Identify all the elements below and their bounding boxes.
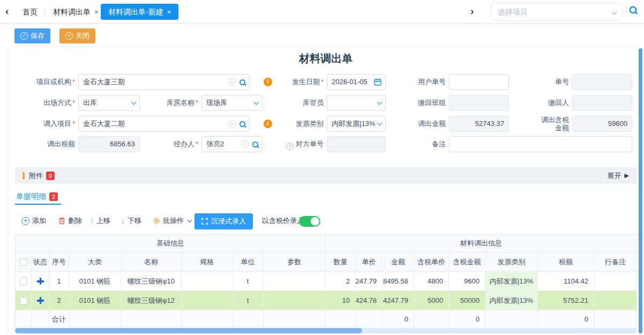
vertical-scrollbar-thumb[interactable]	[639, 48, 642, 333]
occur-date-input[interactable]: 2026-01-05	[327, 74, 386, 90]
tab-material-out[interactable]: 材料调出单×	[53, 0, 99, 24]
cell-tax-amount: 9600	[449, 272, 485, 291]
calendar-icon[interactable]	[374, 78, 381, 86]
remark-input[interactable]	[449, 136, 632, 152]
project-input[interactable]: 金石大厦三期 ×	[78, 74, 250, 90]
add-row-button[interactable]: + 添加	[21, 216, 46, 226]
doc-no-label: 单号	[512, 74, 569, 90]
tab-label: 材料调出单	[53, 8, 91, 16]
tabs-scroll-left-icon[interactable]: ‹	[5, 5, 9, 17]
chevron-down-icon[interactable]	[131, 100, 137, 105]
delete-row-button[interactable]: 删除	[58, 216, 82, 226]
total-empty-cell	[414, 310, 449, 329]
cell-price: 4247.79	[356, 272, 383, 291]
total-empty-cell	[326, 310, 356, 329]
expand-button[interactable]: 展开▶	[608, 171, 629, 181]
cell-invoice[interactable]: 内部发票|13%	[485, 291, 538, 310]
up-arrow-icon: ↑	[90, 217, 94, 225]
add-status-icon[interactable]	[37, 278, 44, 285]
clear-icon[interactable]: ×	[241, 140, 249, 148]
cell-select	[16, 291, 32, 310]
remark-label: 备注	[389, 136, 446, 152]
attachment-bar: 附件 0 展开▶	[15, 167, 636, 184]
col-qty: 数量	[326, 252, 356, 272]
row-checkbox[interactable]	[20, 278, 27, 285]
batch-ops-button[interactable]: 批操作	[153, 216, 191, 226]
close-button[interactable]: × 关闭	[59, 28, 95, 43]
check-circle-icon: ✓	[20, 32, 28, 40]
total-amount-cell: 0	[383, 310, 414, 329]
tabs-scroll-right-icon[interactable]: ›	[470, 5, 474, 17]
tab-divider	[45, 8, 46, 16]
global-search-icon[interactable]	[630, 6, 637, 14]
tab-material-out-new-active[interactable]: 材料调出单-新建×	[101, 4, 178, 20]
select-all-checkbox[interactable]	[20, 258, 27, 266]
invoice-type-label: 发票类别	[268, 116, 324, 132]
add-status-icon[interactable]	[37, 297, 44, 304]
group-header-basic: 基础信息	[16, 235, 326, 252]
chevron-down-icon[interactable]	[377, 100, 383, 105]
cell-unit: t	[233, 272, 264, 291]
material-out-order-screen: ‹ 首页 材料调出单× 材料调出单-新建× › 选择项目 ✓ 保存 × 关闭 材…	[0, 0, 644, 335]
total-tax-amount-cell: 0	[449, 310, 485, 329]
doc-no-input	[572, 74, 632, 90]
keeper-select[interactable]	[327, 95, 386, 111]
user-no-input[interactable]	[449, 74, 509, 90]
cell-tax-amount: 50000	[449, 291, 485, 310]
chevron-down-icon[interactable]	[612, 10, 617, 15]
cell-param	[264, 291, 326, 310]
down-arrow-icon: ↓	[121, 217, 125, 225]
total-empty-cell	[182, 310, 233, 329]
invoice-type-select[interactable]: 内部发票|13%	[327, 116, 386, 132]
cell-unit: t	[233, 291, 264, 310]
total-tax-cell: 0	[538, 310, 594, 329]
cell-invoice[interactable]: 内部发票|13%	[485, 272, 538, 291]
save-label: 保存	[31, 31, 44, 41]
search-icon[interactable]	[239, 121, 245, 127]
horizontal-scrollbar-thumb[interactable]	[15, 328, 362, 333]
keeper-label: 库管员	[268, 95, 324, 111]
total-empty-cell	[356, 310, 383, 329]
col-tax: 税额	[538, 252, 594, 272]
cell-row-remark	[594, 291, 637, 310]
in-project-input[interactable]: 金石大厦二期 ×	[78, 116, 250, 132]
search-icon[interactable]	[252, 142, 258, 147]
cell-status	[32, 291, 49, 310]
attachment-count-badge: 0	[46, 172, 55, 180]
save-button[interactable]: ✓ 保存	[14, 28, 50, 43]
detail-count-badge: 2	[49, 192, 58, 201]
chevron-down-icon[interactable]	[377, 121, 383, 126]
tab-detail[interactable]: 单据明细2	[16, 192, 58, 202]
expand-arrow-icon: ▶	[625, 172, 629, 179]
cell-qty: 10	[326, 291, 356, 310]
warehouse-select[interactable]: 现场库	[201, 95, 263, 111]
cell-name: 螺纹三级钢φ12	[121, 291, 182, 310]
col-status: 状态	[32, 252, 49, 272]
col-param: 参数	[264, 252, 326, 272]
immersive-entry-button[interactable]: 沉浸式录入	[194, 213, 253, 229]
clear-icon[interactable]: ×	[228, 120, 236, 128]
col-category: 大类	[69, 252, 121, 272]
tab-home[interactable]: 首页	[23, 0, 38, 24]
tax-entry-toggle[interactable]	[299, 216, 320, 227]
out-method-label: 出场方式*	[16, 95, 75, 111]
search-icon[interactable]	[239, 79, 245, 85]
handler-input[interactable]: 张亮2 ×	[201, 136, 263, 152]
total-select-cell	[16, 310, 32, 329]
tab-close-icon[interactable]: ×	[94, 8, 99, 16]
total-status-cell	[32, 310, 49, 329]
clear-icon[interactable]: ×	[228, 78, 236, 86]
fullscreen-icon	[201, 218, 208, 225]
tab-close-icon[interactable]: ×	[167, 8, 171, 16]
move-down-button[interactable]: ↓ 下移	[121, 216, 141, 226]
out-method-select[interactable]: 出库	[78, 95, 140, 111]
help-icon[interactable]: ?	[286, 143, 294, 150]
tax-entry-toggle-label: 以含税价录入	[262, 216, 304, 226]
cell-tax-price: 4800	[414, 272, 449, 291]
row-checkbox[interactable]	[20, 297, 27, 304]
project-select-input[interactable]: 选择项目	[491, 3, 623, 21]
project-label: 项目或机构*	[16, 74, 75, 90]
chevron-down-icon[interactable]	[254, 100, 259, 105]
move-up-button[interactable]: ↑ 上移	[90, 216, 110, 226]
cell-name: 螺纹三级钢φ10	[121, 272, 182, 291]
